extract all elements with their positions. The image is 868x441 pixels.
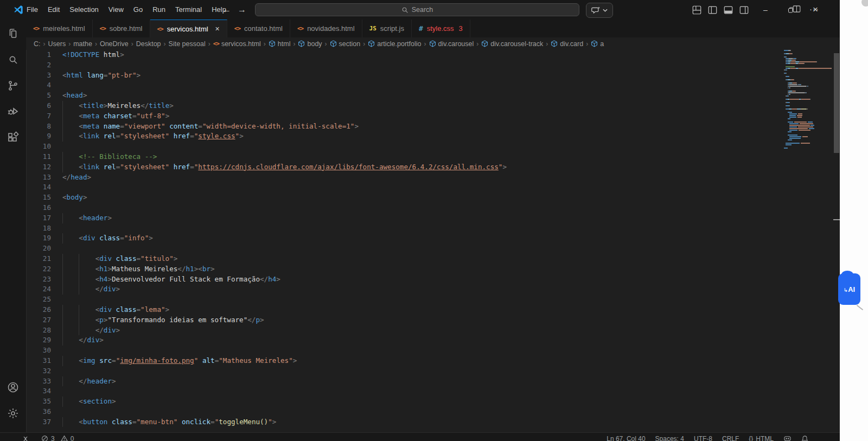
breadcrumb-symbol[interactable]: html <box>269 40 291 48</box>
code-line[interactable]: 3<html lang="pt-br"> <box>26 71 840 81</box>
line-number[interactable]: 32 <box>26 366 51 376</box>
line-number[interactable]: 12 <box>26 162 51 172</box>
split-editor-icon[interactable] <box>793 5 801 13</box>
tab-meireles.html[interactable]: <>meireles.html <box>26 20 93 37</box>
code-line[interactable]: 25 <box>26 295 840 305</box>
code-line[interactable]: 34 <box>26 386 840 397</box>
code-line[interactable]: 4 <box>26 80 840 91</box>
activitybar-search-icon[interactable] <box>7 53 20 66</box>
code-line[interactable]: 30 <box>26 346 840 356</box>
line-number[interactable]: 9 <box>26 131 51 142</box>
status-crlf[interactable]: CRLF <box>722 435 739 441</box>
code-line[interactable]: 17 <header> <box>26 213 840 223</box>
line-number[interactable]: 29 <box>26 335 51 346</box>
activitybar-explorer-icon[interactable] <box>7 27 20 40</box>
code-line[interactable]: 10 <box>26 142 840 152</box>
breadcrumb-folder[interactable]: Site pessoal <box>169 40 206 48</box>
command-center-search[interactable]: Search <box>255 3 579 16</box>
line-number[interactable]: 36 <box>26 407 51 417</box>
breadcrumb-folder[interactable]: Desktop <box>136 40 161 48</box>
code-line[interactable]: 1<!DOCTYPE html> <box>26 50 840 60</box>
breadcrumb-symbol[interactable]: body <box>298 40 322 48</box>
breadcrumb-folder[interactable]: Users <box>48 40 66 48</box>
tab-style.css[interactable]: #style.css3 <box>412 20 470 37</box>
tab-sobre.html[interactable]: <>sobre.html <box>93 20 150 37</box>
line-number[interactable]: 11 <box>26 152 51 162</box>
line-number[interactable]: 27 <box>26 315 51 325</box>
line-number[interactable]: 37 <box>26 417 51 427</box>
line-number[interactable]: 23 <box>26 274 51 285</box>
line-number[interactable]: 8 <box>26 122 51 132</box>
code-line[interactable]: 11 <!-- Biblioteca --> <box>26 152 840 162</box>
ai-assistant-button[interactable]: ↳AI <box>838 273 860 305</box>
more-actions-icon[interactable]: ··· <box>809 4 819 14</box>
menu-file[interactable]: File <box>22 3 43 16</box>
tab-novidades.html[interactable]: <>novidades.html <box>290 20 362 37</box>
activitybar-run-debug-icon[interactable] <box>7 105 20 118</box>
copilot-menu-button[interactable] <box>586 3 613 18</box>
menu-edit[interactable]: Edit <box>43 3 65 16</box>
line-number[interactable]: 2 <box>26 60 51 71</box>
vertical-scrollbar[interactable] <box>833 50 840 386</box>
tab-close-icon[interactable]: × <box>215 24 220 33</box>
layout-sidebar-right-icon[interactable] <box>739 5 749 15</box>
status-language-mode[interactable]: {}HTML <box>749 435 774 441</box>
code-line[interactable]: 27 <p>"Transformando ideias em software"… <box>26 315 840 325</box>
line-number[interactable]: 18 <box>26 223 51 234</box>
line-number[interactable]: 25 <box>26 295 51 305</box>
code-line[interactable]: 14 <box>26 182 840 193</box>
code-line[interactable]: 19 <div class="info"> <box>26 233 840 244</box>
code-line[interactable]: 24 </div> <box>26 284 840 295</box>
breadcrumb-symbol[interactable]: section <box>330 40 361 48</box>
copilot-icon[interactable] <box>783 435 792 441</box>
minimize-button[interactable]: – <box>753 0 778 20</box>
scrollbar-thumb[interactable] <box>834 53 839 153</box>
line-number[interactable]: 15 <box>26 193 51 203</box>
code-line[interactable]: 36 <box>26 407 840 417</box>
line-number[interactable]: 13 <box>26 172 51 183</box>
code-line[interactable]: 5<head> <box>26 91 840 101</box>
breadcrumb-symbol[interactable]: div.carousel <box>429 40 474 48</box>
code-line[interactable]: 7 <meta charset="utf-8"> <box>26 111 840 122</box>
line-number[interactable]: 5 <box>26 91 51 101</box>
status-utf-8[interactable]: UTF-8 <box>694 435 712 441</box>
menu-go[interactable]: Go <box>129 3 148 16</box>
menu-terminal[interactable]: Terminal <box>170 3 207 16</box>
line-number[interactable]: 3 <box>26 71 51 81</box>
line-number[interactable]: 17 <box>26 213 51 223</box>
line-number[interactable]: 14 <box>26 182 51 193</box>
code-line[interactable]: 18 <box>26 223 840 234</box>
code-line[interactable]: 21 <div class="titulo"> <box>26 254 840 264</box>
breadcrumb-symbol[interactable]: a <box>591 40 604 48</box>
code-line[interactable]: 32 <box>26 366 840 376</box>
customize-layout-icon[interactable] <box>692 5 701 15</box>
breadcrumb-folder[interactable]: mathe <box>73 40 92 48</box>
line-number[interactable]: 26 <box>26 305 51 315</box>
activitybar-source-control-icon[interactable] <box>7 79 20 92</box>
code-line[interactable]: 9 <link rel="stylesheet" href="style.css… <box>26 131 840 142</box>
breadcrumb-symbol[interactable]: div.card <box>551 40 583 48</box>
code-line[interactable]: 20 <box>26 244 840 254</box>
line-number[interactable]: 7 <box>26 111 51 122</box>
line-number[interactable]: 1 <box>26 50 51 60</box>
activitybar-extensions-icon[interactable] <box>7 131 20 144</box>
code-line[interactable]: 16 <box>26 203 840 213</box>
tab-servicos.html[interactable]: <>servicos.html× <box>150 20 227 37</box>
code-line[interactable]: 15<body> <box>26 193 840 203</box>
line-number[interactable]: 30 <box>26 346 51 356</box>
code-line[interactable]: 12 <link rel="stylesheet" href="https://… <box>26 162 840 172</box>
line-number[interactable]: 16 <box>26 203 51 213</box>
line-number[interactable]: 22 <box>26 264 51 274</box>
code-line[interactable]: 2 <box>26 60 840 71</box>
code-line[interactable]: 28 </div> <box>26 325 840 336</box>
line-number[interactable]: 20 <box>26 244 51 254</box>
code-line[interactable]: 13</head> <box>26 172 840 183</box>
line-number[interactable]: 34 <box>26 386 51 397</box>
menu-selection[interactable]: Selection <box>65 3 103 16</box>
remote-indicator-icon[interactable] <box>22 436 29 441</box>
menu-view[interactable]: View <box>104 3 129 16</box>
bell-icon[interactable] <box>801 435 808 441</box>
code-line[interactable]: 8 <meta name="viewport" content="width=d… <box>26 122 840 132</box>
line-number[interactable]: 35 <box>26 397 51 407</box>
code-line[interactable]: 35 <section> <box>26 397 840 407</box>
